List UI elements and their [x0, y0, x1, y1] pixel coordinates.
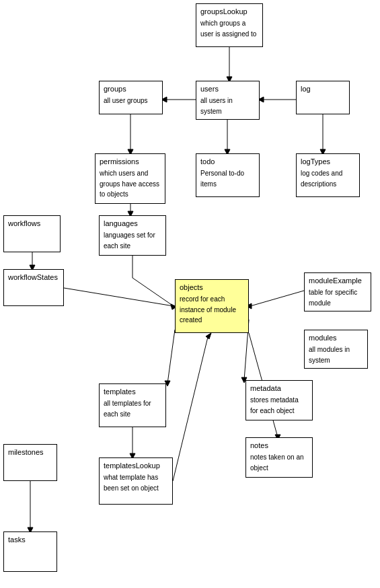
- box-permissions-desc: which users and groups have access to ob…: [100, 170, 159, 198]
- box-notes: notes notes taken on an object: [245, 437, 313, 478]
- box-todo: todo Personal to-do items: [196, 153, 260, 197]
- box-metadata-title: metadata: [250, 383, 308, 394]
- box-modules-title: modules: [309, 333, 363, 343]
- box-logTypes: logTypes log codes and descriptions: [296, 153, 360, 197]
- box-groupsLookup-desc: which groups a user is assigned to: [200, 20, 256, 37]
- box-moduleExample: moduleExample table for specific module: [304, 272, 371, 311]
- box-metadata-desc: stores metadata for each object: [250, 396, 299, 414]
- box-groups: groups all user groups: [99, 81, 163, 114]
- box-permissions-title: permissions: [100, 157, 161, 167]
- box-notes-title: notes: [250, 441, 308, 451]
- box-groupsLookup: groupsLookup which groups a user is assi…: [196, 3, 263, 47]
- svg-line-33: [250, 291, 304, 306]
- box-log: log: [296, 81, 350, 114]
- box-metadata: metadata stores metadata for each object: [245, 380, 313, 420]
- box-groups-title: groups: [104, 84, 158, 94]
- box-templates: templates all templates for each site: [99, 383, 166, 427]
- box-groupsLookup-title: groupsLookup: [200, 7, 258, 17]
- box-templatesLookup-title: templatesLookup: [104, 461, 168, 471]
- box-users-title: users: [200, 84, 255, 94]
- box-todo-title: todo: [200, 157, 255, 167]
- box-moduleExample-title: moduleExample: [309, 276, 367, 286]
- box-groups-desc: all user groups: [104, 97, 148, 104]
- box-templatesLookup: templatesLookup what template has been s…: [99, 457, 173, 505]
- svg-line-15: [132, 278, 174, 306]
- box-languages: languages languages set for each site: [99, 215, 166, 256]
- box-users: users all users in system: [196, 81, 260, 120]
- box-languages-title: languages: [104, 219, 161, 229]
- box-objects-title: objects: [180, 283, 244, 293]
- box-languages-desc: languages set for each site: [104, 231, 155, 249]
- box-templates-title: templates: [104, 387, 161, 397]
- box-workflows-title: workflows: [8, 219, 56, 229]
- box-log-title: log: [301, 84, 345, 94]
- box-milestones-title: milestones: [8, 447, 52, 457]
- box-workflows: workflows: [3, 215, 61, 252]
- diagram-container: groupsLookup which groups a user is assi…: [0, 0, 380, 588]
- box-logTypes-title: logTypes: [301, 157, 355, 167]
- box-tasks: tasks: [3, 531, 57, 572]
- box-users-desc: all users in system: [200, 97, 233, 114]
- svg-marker-28: [206, 333, 211, 339]
- box-milestones: milestones: [3, 444, 57, 481]
- box-modules-desc: all modules in system: [309, 346, 350, 363]
- box-workflowStates-title: workflowStates: [8, 272, 59, 283]
- svg-line-27: [173, 334, 208, 481]
- box-templatesLookup-desc: what template has been set on object: [104, 474, 159, 491]
- box-objects-desc: record for each instance of module creat…: [180, 295, 236, 324]
- box-objects: objects record for each instance of modu…: [175, 279, 249, 333]
- box-logTypes-desc: log codes and descriptions: [301, 170, 342, 187]
- box-workflowStates: workflowStates: [3, 269, 64, 306]
- box-templates-desc: all templates for each site: [104, 400, 151, 417]
- box-modules: modules all modules in system: [304, 330, 368, 369]
- box-notes-desc: notes taken on an object: [250, 453, 304, 471]
- box-permissions: permissions which users and groups have …: [95, 153, 165, 204]
- box-todo-desc: Personal to-do items: [200, 170, 244, 187]
- box-moduleExample-desc: table for specific module: [309, 289, 357, 306]
- svg-line-17: [64, 288, 174, 306]
- svg-line-21: [167, 330, 175, 383]
- box-tasks-title: tasks: [8, 535, 52, 545]
